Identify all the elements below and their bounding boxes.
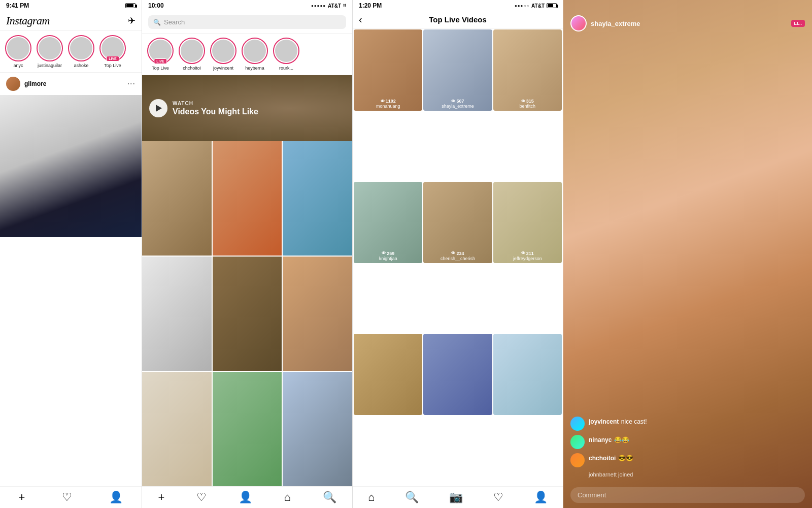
carrier-2: AT&T xyxy=(328,3,341,9)
add-nav-icon-2[interactable]: + xyxy=(158,491,164,504)
comment-username-joyvincent: joyvincent xyxy=(589,418,619,425)
explore-cell-3[interactable] xyxy=(283,141,352,256)
heart-nav-icon[interactable]: ♡ xyxy=(62,491,72,504)
story-search-chchoitoi[interactable]: chchoitoi xyxy=(179,38,205,71)
wifi-icon-2: ⌗ xyxy=(343,3,346,9)
avatar-inner-joyvincent xyxy=(212,40,234,62)
camera-nav-3[interactable]: 📷 xyxy=(449,491,463,504)
time-2: 10:00 xyxy=(148,2,164,9)
bottom-nav-1: + ♡ 👤 xyxy=(0,486,142,508)
live-cell-jeffrey[interactable]: 👁 211 jeffreydgerson xyxy=(493,182,562,263)
live-cell-info-jeffrey: 👁 211 jeffreydgerson xyxy=(493,251,562,261)
live-cell-8[interactable] xyxy=(423,334,492,415)
comment-input-bar[interactable]: Comment xyxy=(570,487,805,503)
back-button[interactable]: ‹ xyxy=(359,14,362,25)
comment-text-joyvincent: nice cast! xyxy=(621,418,647,425)
search-input[interactable] xyxy=(164,18,341,26)
comment-text-ninanyc: 😂😂 xyxy=(614,436,629,443)
story-item-benji-live[interactable]: LIVE Top Live xyxy=(99,35,126,68)
status-icons-1 xyxy=(125,3,136,8)
explore-cell-5[interactable] xyxy=(213,257,282,371)
post-header: gilmore ··· xyxy=(0,73,142,95)
viewer-count-benfitch: 👁 315 xyxy=(493,99,562,104)
live-username-benfitch: benfitch xyxy=(493,104,562,109)
comment-chchoitoi: chchoitoi 😎😎 xyxy=(570,453,805,467)
viewer-count-jeffrey: 👁 211 xyxy=(493,251,562,256)
comment-username-chchoitoi: chchoitoi xyxy=(589,455,616,462)
add-nav-icon[interactable]: + xyxy=(19,491,25,504)
live-badge-benji: LIVE xyxy=(106,56,119,61)
watch-text: WATCH Videos You Might Like xyxy=(173,101,258,116)
time-3: 1:20 PM xyxy=(359,2,382,9)
explore-cell-8[interactable] xyxy=(213,372,282,486)
live-cell-monahuang[interactable]: 👁 1102 monahuang xyxy=(354,29,422,111)
live-cell-shayla[interactable]: 👁 507 shayla_extreme xyxy=(423,29,492,111)
story-avatar-chchoitoi xyxy=(179,38,205,64)
search-nav-3[interactable]: 🔍 xyxy=(405,491,419,504)
comment-content-joyvincent: joyvincent nice cast! xyxy=(589,417,647,426)
bottom-nav-2: + ♡ 👤 ⌂ 🔍 xyxy=(142,486,352,508)
home-nav-icon-2[interactable]: ⌂ xyxy=(284,491,291,504)
play-circle xyxy=(149,99,167,117)
comment-avatar-chchoitoi xyxy=(570,453,585,467)
explore-cell-1[interactable] xyxy=(142,141,212,256)
story-item-justinaguilar[interactable]: justinaguilar xyxy=(37,35,63,68)
heart-nav-3[interactable]: ♡ xyxy=(493,491,503,504)
post-image-bg xyxy=(0,95,142,237)
post-more-icon[interactable]: ··· xyxy=(127,79,136,88)
viewer-count-knightjaa: 👁 259 xyxy=(354,251,422,256)
live-username-knightjaa: knightjaa xyxy=(354,256,422,261)
explore-cell-9[interactable] xyxy=(283,372,352,486)
eye-icon-benfitch: 👁 xyxy=(521,99,525,104)
profile-nav-icon[interactable]: 👤 xyxy=(109,491,123,504)
comment-content-chchoitoi: chchoitoi 😎😎 xyxy=(589,453,633,462)
story-name-heyberna: heyberna xyxy=(245,66,264,71)
story-name-joyvincent: joyvincent xyxy=(213,66,233,71)
live-grid: 👁 1102 monahuang 👁 507 shayla_extreme xyxy=(353,28,563,486)
status-bar-1: 9:41 PM xyxy=(0,0,142,11)
story-search-rourk[interactable]: rourk... xyxy=(273,38,299,71)
story-search-toplive[interactable]: LIVE Top Live xyxy=(147,38,174,71)
profile-nav-icon-2[interactable]: 👤 xyxy=(239,491,252,504)
live-badge-toplive: LIVE xyxy=(154,58,167,64)
live-username-cherish: cherish__cherish xyxy=(423,256,492,261)
send-icon[interactable]: ✈ xyxy=(128,15,136,26)
explore-cell-4[interactable] xyxy=(142,257,212,371)
screen-home-feed: 9:41 PM Instagram ✈ anyc justinaguilar xyxy=(0,0,142,508)
live-cell-9[interactable] xyxy=(493,334,562,415)
live-fs-avatar xyxy=(570,15,587,31)
heart-nav-icon-2[interactable]: ♡ xyxy=(196,491,207,504)
live-cell-cherish[interactable]: 👁 234 cherish__cherish xyxy=(423,182,492,263)
comment-joyvincent: joyvincent nice cast! xyxy=(570,417,805,431)
story-item-anyc[interactable]: anyc xyxy=(5,35,31,68)
search-nav-icon-2[interactable]: 🔍 xyxy=(323,491,336,504)
explore-cell-2[interactable] xyxy=(213,141,282,256)
eye-icon-shayla: 👁 xyxy=(451,99,455,104)
search-header: 🔍 xyxy=(142,11,352,34)
status-bar-3: 1:20 PM ●●●○○ AT&T xyxy=(353,0,563,11)
live-username-monahuang: monahuang xyxy=(354,104,422,109)
story-search-heyberna[interactable]: heyberna xyxy=(242,38,268,71)
comment-placeholder[interactable]: Comment xyxy=(578,491,798,499)
screen-live-fullscreen: shayla_extreme LI... joyvincent nice cas… xyxy=(563,0,812,508)
live-header: ‹ Top Live Videos xyxy=(353,11,563,28)
header-icons: ✈ xyxy=(128,15,136,26)
live-cell-benfitch[interactable]: 👁 315 benfitch xyxy=(493,29,562,111)
ig-header: Instagram ✈ xyxy=(0,11,142,31)
live-cell-knightjaa[interactable]: 👁 259 knightjaa xyxy=(354,182,422,263)
home-nav-3[interactable]: ⌂ xyxy=(368,491,375,504)
explore-cell-7[interactable] xyxy=(142,372,212,486)
profile-nav-3[interactable]: 👤 xyxy=(534,491,548,504)
search-bar[interactable]: 🔍 xyxy=(148,15,346,29)
post-image xyxy=(0,95,142,237)
live-cell-7[interactable] xyxy=(354,334,422,415)
story-name-benji: Top Live xyxy=(104,63,121,68)
eye-icon-jeffrey: 👁 xyxy=(521,251,525,256)
watch-label: WATCH xyxy=(173,101,258,106)
story-avatar-justinaguilar xyxy=(37,35,63,61)
story-item-ashoke[interactable]: ashoke xyxy=(68,35,94,68)
watch-banner[interactable]: WATCH Videos You Might Like xyxy=(142,75,352,141)
story-search-joyvincent[interactable]: joyvincent xyxy=(210,38,236,71)
explore-cell-6[interactable] xyxy=(283,257,352,371)
story-name-anyc: anyc xyxy=(13,63,23,68)
